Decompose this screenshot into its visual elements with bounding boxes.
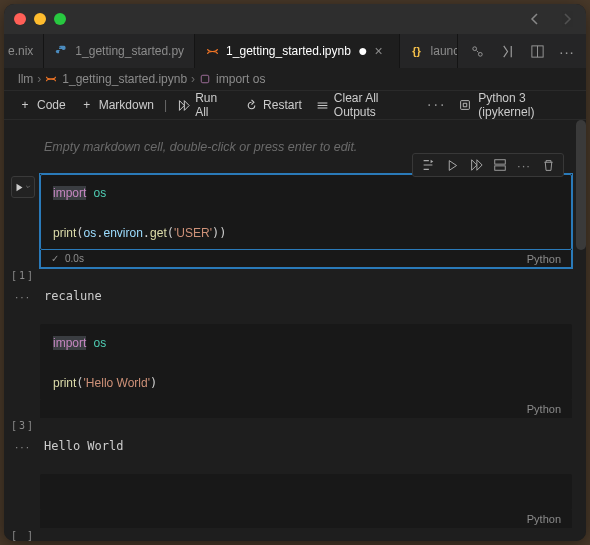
notebook-body[interactable]: Empty markdown cell, double-click or pre…: [4, 120, 586, 541]
tab-py[interactable]: 1_getting_started.py: [44, 34, 195, 68]
json-file-icon: {}: [410, 44, 424, 58]
delete-cell-icon[interactable]: [537, 155, 559, 175]
output-ellipsis[interactable]: ···: [6, 439, 40, 454]
exec-count: [3]: [6, 419, 40, 431]
python-file-icon: [54, 44, 68, 58]
more-actions-icon[interactable]: ···: [513, 155, 535, 175]
symbol-icon: [199, 73, 211, 85]
cell-output-row: ··· Hello World: [4, 433, 586, 470]
cell-exec-row: [3]: [4, 418, 586, 433]
maximize-window-button[interactable]: [54, 13, 66, 25]
tab-label: launch.json: [431, 44, 458, 58]
cell-duration: 0.0s: [65, 253, 84, 264]
tab-label: e.nix: [8, 44, 33, 58]
cell-container[interactable]: import os print('Hello World') Python: [40, 324, 572, 418]
svg-rect-6: [495, 160, 506, 164]
cell-language[interactable]: Python: [527, 253, 561, 265]
toolbar-more-button[interactable]: ···: [427, 96, 446, 114]
chevron-right-icon: ›: [191, 72, 195, 86]
exec-count: [ ]: [6, 529, 40, 541]
code-cell: Python: [4, 474, 586, 528]
cell-action-bar: ···: [412, 153, 564, 177]
cell-exec-row: [1]: [4, 268, 586, 283]
cell-editor[interactable]: [40, 474, 572, 510]
svg-point-2: [478, 52, 482, 56]
cell-editor[interactable]: import os print('Hello World'): [40, 324, 572, 400]
output-ellipsis[interactable]: ···: [6, 289, 40, 304]
cell-exec-row: [ ]: [4, 528, 586, 541]
kernel-picker[interactable]: Python 3 (ipykernel): [458, 91, 576, 119]
tab-json[interactable]: {} launch.json U: [400, 34, 458, 68]
cell-status-bar: ✓ 0.0s Python: [40, 250, 572, 268]
tab-ipynb[interactable]: 1_getting_started.ipynb ● ×: [195, 34, 399, 68]
cell-output: Hello World: [40, 439, 576, 454]
titlebar: [4, 4, 586, 34]
execute-cell-icon[interactable]: [441, 155, 463, 175]
cell-language[interactable]: Python: [527, 403, 561, 415]
jupyter-file-icon: [45, 73, 57, 85]
breadcrumb[interactable]: llm › 1_getting_started.ipynb › import o…: [4, 68, 586, 90]
add-markdown-button[interactable]: + Markdown: [76, 96, 158, 114]
close-tab-button[interactable]: ×: [375, 43, 389, 59]
run-all-button[interactable]: Run All: [173, 89, 234, 121]
diff-icon[interactable]: [498, 42, 516, 60]
code-cell: ··· import os print(os.environ.get('USER…: [4, 174, 586, 268]
split-cell-icon[interactable]: [489, 155, 511, 175]
kernel-icon: [458, 98, 472, 112]
editor-actions: ···: [458, 34, 586, 68]
nav-back-icon[interactable]: [526, 10, 544, 28]
cell-output-spacer: [40, 269, 576, 281]
more-icon[interactable]: ···: [558, 42, 576, 60]
nav-forward-icon[interactable]: [558, 10, 576, 28]
add-code-button[interactable]: + Code: [14, 96, 70, 114]
restart-icon: [244, 98, 258, 112]
restart-button[interactable]: Restart: [240, 96, 306, 114]
editor-tabs: e.nix 1_getting_started.py 1_getting_sta…: [4, 34, 586, 68]
svg-point-1: [472, 46, 476, 50]
notebook-toolbar: + Code + Markdown | Run All Restart Clea…: [4, 90, 586, 120]
svg-point-0: [59, 46, 60, 47]
cell-editor[interactable]: import os print(os.environ.get('USER')): [40, 174, 572, 250]
vscode-window: e.nix 1_getting_started.py 1_getting_sta…: [4, 4, 586, 541]
code-cell: import os print('Hello World') Python: [4, 324, 586, 418]
cell-container[interactable]: Python: [40, 474, 572, 528]
tab-label: 1_getting_started.ipynb: [226, 44, 351, 58]
crumb-folder[interactable]: llm: [18, 72, 33, 86]
run-by-line-icon[interactable]: [417, 155, 439, 175]
close-window-button[interactable]: [14, 13, 26, 25]
layout-icon[interactable]: [528, 42, 546, 60]
cell-status-bar: Python: [40, 400, 572, 418]
exec-count: [1]: [6, 269, 40, 281]
tab-nix[interactable]: e.nix: [4, 34, 44, 68]
chevron-right-icon: ›: [37, 72, 41, 86]
plus-icon: +: [18, 98, 32, 112]
svg-rect-5: [461, 101, 470, 110]
cell-output: recalune: [40, 289, 576, 304]
cell-output-row: ··· recalune: [4, 283, 586, 320]
svg-rect-4: [201, 75, 209, 83]
compare-icon[interactable]: [468, 42, 486, 60]
plus-icon: +: [80, 98, 94, 112]
crumb-file[interactable]: 1_getting_started.ipynb: [45, 72, 187, 86]
run-all-icon: [177, 98, 190, 112]
crumb-symbol[interactable]: import os: [199, 72, 265, 86]
svg-rect-7: [495, 166, 506, 170]
success-icon: ✓: [51, 253, 59, 264]
traffic-lights: [14, 13, 66, 25]
minimize-window-button[interactable]: [34, 13, 46, 25]
clear-outputs-button[interactable]: Clear All Outputs: [312, 89, 421, 121]
clear-icon: [316, 98, 329, 112]
cell-container[interactable]: ··· import os print(os.environ.get('USER…: [40, 174, 572, 268]
jupyter-file-icon: [205, 44, 219, 58]
execute-below-icon[interactable]: [465, 155, 487, 175]
run-cell-button[interactable]: [11, 176, 35, 198]
tab-label: 1_getting_started.py: [75, 44, 184, 58]
cell-language[interactable]: Python: [527, 513, 561, 525]
cell-status-bar: Python: [40, 510, 572, 528]
